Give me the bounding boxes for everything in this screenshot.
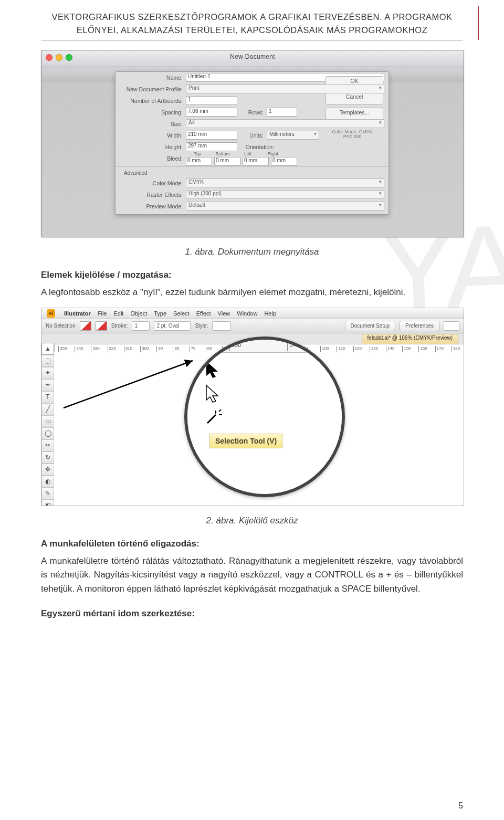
dialog-titlebar: New Document	[41, 50, 464, 67]
preview-label: Preview Mode:	[120, 203, 186, 209]
menu-effect[interactable]: Effect	[196, 310, 211, 317]
window-controls[interactable]	[46, 54, 72, 61]
page-number: 5	[458, 801, 463, 811]
bleed-left-field[interactable]: 0 mm	[243, 157, 269, 166]
width-label: Width:	[120, 132, 186, 139]
style-swatch[interactable]	[212, 321, 231, 331]
tool-0[interactable]: ▲	[41, 343, 54, 355]
artboards-label: Number of Artboards:	[120, 98, 186, 104]
tool-2[interactable]: ✦	[41, 367, 54, 379]
tool-8[interactable]: ✂	[41, 439, 54, 451]
dialog-title: New Document	[230, 53, 275, 60]
tool-4[interactable]: T	[41, 391, 54, 403]
color-select[interactable]: CMYK	[186, 178, 384, 187]
section-elemek-para: A legfontosabb eszköz a "nyíl", ezzel tu…	[41, 286, 463, 299]
tool-3[interactable]: ✒	[41, 379, 54, 391]
width-field[interactable]: 210 mm	[186, 131, 237, 140]
menu-help[interactable]: Help	[264, 310, 276, 317]
cursor-icon[interactable]	[444, 321, 459, 331]
preview-select[interactable]: Default	[186, 202, 384, 211]
app-name: Illustrator	[64, 310, 91, 317]
bleed-right-field[interactable]: 0 mm	[271, 157, 297, 166]
svg-marker-1	[206, 385, 218, 402]
preferences-button[interactable]: Preferences	[400, 321, 439, 331]
page-header: VEKTORGRAFIKUS SZERKESZTŐPROGRAMOK A GRA…	[41, 10, 463, 37]
magic-wand-icon	[203, 407, 224, 428]
tool-7[interactable]: ◯	[41, 427, 54, 439]
no-selection-label: No Selection	[46, 323, 76, 329]
tool-9[interactable]: ↻	[41, 451, 54, 464]
artboards-field[interactable]: 1	[186, 96, 237, 105]
templates-button[interactable]: Templates...	[326, 108, 383, 120]
document-setup-button[interactable]: Document Setup	[345, 321, 396, 331]
section-mertani-title: Egyszerű mértani idom szerkeztése:	[41, 608, 463, 619]
rows-label: Rows:	[237, 109, 267, 115]
tool-11[interactable]: ◐	[41, 476, 54, 488]
tool-5[interactable]: ╱	[41, 403, 54, 415]
fill-swatch[interactable]	[80, 321, 91, 331]
tool-1[interactable]: ⬚	[41, 355, 54, 367]
menu-view[interactable]: View	[218, 310, 230, 317]
document-tab[interactable]: feladat.ai* @ 106% (CMYK/Preview)	[362, 334, 458, 344]
close-icon[interactable]	[46, 54, 52, 61]
zoom-icon[interactable]	[66, 54, 72, 61]
tool-12[interactable]: ✎	[41, 488, 54, 500]
tool-10[interactable]: ✥	[41, 464, 54, 476]
size-select[interactable]: A4	[186, 119, 384, 128]
stroke-weight[interactable]: 1	[132, 321, 150, 331]
direct-selection-icon	[203, 384, 224, 405]
color-label: Color Mode:	[120, 180, 186, 186]
header-underline	[41, 40, 463, 40]
toolbox[interactable]: ▲⬚✦✒T╱▭◯✂↻✥◐✎◧⊕⌗▤	[41, 343, 55, 506]
svg-marker-0	[206, 361, 218, 378]
header-line2: ELŐNYEI, ALKALMAZÁSI TERÜLETEI, KAPCSOLÓ…	[41, 24, 463, 37]
magnifier: 150 140 Selection Tool (V)	[184, 337, 345, 497]
figure1-caption: 1. ábra. Dokumentum megnyitása	[41, 247, 463, 257]
figure-selection-tool: Ai Illustrator File Edit Object Type Sel…	[41, 308, 464, 506]
units-label: Units:	[237, 132, 267, 139]
units-select[interactable]: Millimeters	[267, 131, 319, 140]
stroke-swatch[interactable]	[96, 321, 107, 331]
selection-tooltip: Selection Tool (V)	[209, 434, 282, 448]
advanced-toggle[interactable]: Advanced	[120, 170, 147, 176]
app-badge: Ai	[47, 309, 55, 318]
figure-new-document: New Document OK Cancel Templates... Colo…	[41, 50, 464, 237]
tool-13[interactable]: ◧	[41, 500, 54, 506]
style-label: Style:	[195, 323, 208, 329]
bleed-label: Bleed:	[120, 155, 186, 162]
size-label: Size:	[120, 121, 186, 127]
bleed-bottom-field[interactable]: 0 mm	[214, 157, 240, 166]
profile-select[interactable]: Print	[186, 85, 384, 93]
raster-select[interactable]: High (300 ppi)	[186, 190, 384, 199]
tool-6[interactable]: ▭	[41, 415, 54, 427]
menu-window[interactable]: Window	[237, 310, 257, 317]
figure2-caption: 2. ábra. Kijelölő eszköz	[41, 516, 463, 526]
minimize-icon[interactable]	[56, 54, 62, 61]
height-field[interactable]: 297 mm	[186, 142, 237, 151]
raster-label: Raster Effects:	[120, 192, 186, 198]
rows-field[interactable]: 1	[267, 108, 297, 117]
svg-line-5	[219, 409, 221, 412]
menu-file[interactable]: File	[98, 310, 107, 317]
menu-select[interactable]: Select	[173, 310, 190, 317]
height-label: Height:	[120, 144, 186, 150]
brush-select[interactable]: 2 pt. Oval	[154, 321, 191, 331]
name-label: Name:	[120, 75, 186, 81]
header-line1: VEKTORGRAFIKUS SZERKESZTŐPROGRAMOK A GRA…	[41, 10, 463, 24]
spacing-field[interactable]: 7.06 mm	[186, 108, 237, 117]
section-munkafelulet-para: A munkafelületre történő rálátás változt…	[41, 554, 463, 596]
orient-label: Orientation:	[237, 144, 277, 150]
stroke-label: Stroke:	[111, 323, 128, 329]
control-bar: No Selection Stroke: 1 2 pt. Oval Style:…	[41, 319, 464, 333]
menu-type[interactable]: Type	[154, 310, 166, 317]
menu-edit[interactable]: Edit	[113, 310, 123, 317]
cancel-button[interactable]: Cancel	[326, 92, 383, 104]
new-document-dialog: OK Cancel Templates... Color Mode: CMYK …	[115, 71, 389, 215]
section-elemek-title: Elemek kijelölése / mozgatása:	[41, 270, 463, 280]
menubar[interactable]: Ai Illustrator File Edit Object Type Sel…	[41, 308, 464, 319]
profile-label: New Document Profile:	[120, 86, 186, 92]
bleed-top-field[interactable]: 0 mm	[186, 157, 212, 166]
section-munkafelulet-title: A munkafelületen történő eligazodás:	[41, 539, 463, 549]
header-accent-rule	[478, 6, 479, 40]
menu-object[interactable]: Object	[130, 310, 147, 317]
